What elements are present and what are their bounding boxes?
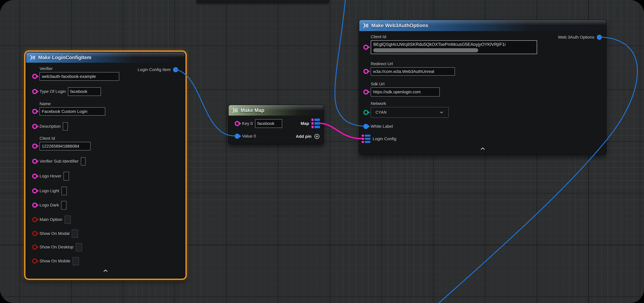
pin-type-of-login[interactable] [32, 89, 37, 94]
client-id-input[interactable]: 1222658941886084 [40, 142, 90, 150]
show-on-mobile-checkbox[interactable] [72, 257, 79, 265]
pin-label: Web 3Auth Options [558, 35, 594, 40]
pin-verifier-sub-identifier[interactable] [32, 159, 37, 164]
partial-node-top[interactable] [196, 0, 329, 3]
pin-label: Logo Hover [40, 174, 61, 178]
verifier-sub-identifier-input[interactable] [81, 157, 86, 166]
sdk-url-input[interactable]: https://sdk.openlogin.com [371, 88, 440, 96]
make-struct-icon [30, 54, 36, 60]
name-input[interactable]: Facebook Custom Login [40, 107, 105, 116]
pin-label: Login Config Item [138, 67, 170, 72]
main-option-checkbox[interactable] [64, 216, 71, 224]
logo-light-input[interactable] [62, 187, 67, 195]
pin-row-logo-light: Logo Light [32, 186, 67, 196]
pin-row-value0: Value 0 [235, 132, 256, 141]
graph-canvas[interactable]: Make LoginConfigItem Login Config Item V… [0, 0, 644, 303]
logo-dark-input[interactable] [61, 201, 66, 210]
network-selected-value: CYAN [376, 110, 387, 115]
pin-row-description: Description [32, 121, 68, 132]
add-pin-button[interactable]: Add pin [296, 132, 320, 140]
pin-show-on-modal[interactable] [32, 231, 37, 236]
verifier-input[interactable]: web3auth-facebook-example [40, 72, 119, 81]
type-of-login-input[interactable]: facebook [68, 87, 101, 96]
pin-label: Show On Mobile [40, 259, 70, 264]
pin-main-option[interactable] [32, 217, 37, 222]
node-make-map[interactable]: Make Map Key 0 facebook Map Value 0 Add … [228, 105, 324, 144]
pin-label: White Label [371, 124, 393, 129]
pin-network[interactable] [363, 110, 368, 115]
pin-row-show-on-modal: Show On Modal [32, 228, 78, 239]
show-on-modal-checkbox[interactable] [72, 230, 78, 238]
pin-sdk-url[interactable] [363, 90, 368, 94]
node-header[interactable]: Make Map [229, 105, 324, 116]
output-pin-web3auth-options[interactable] [597, 35, 602, 40]
wire-map-to-login-config[interactable] [320, 123, 362, 138]
node-title: Make Map [241, 108, 264, 113]
pin-row-name: Name Facebook Custom Login [32, 102, 105, 116]
map-pin-icon[interactable] [312, 118, 320, 128]
pin-show-on-desktop[interactable] [32, 244, 37, 250]
pin-verifier[interactable] [32, 74, 37, 79]
pin-label: Show On Desktop [40, 245, 74, 250]
key0-input[interactable]: facebook [255, 119, 282, 128]
pin-label: Main Option [40, 217, 62, 222]
pin-label: Client Id [40, 136, 90, 141]
pin-client-id[interactable] [32, 144, 37, 149]
node-header[interactable]: Make Web3AuthOptions [359, 20, 606, 31]
pin-value0[interactable] [235, 134, 240, 139]
node-header[interactable]: Make LoginConfigItem [26, 52, 185, 63]
pin-row-logo-hover: Logo Hover [32, 171, 69, 181]
chevron-down-icon [440, 111, 443, 114]
redirect-url-input[interactable]: w3a://com.w3a.Web3AuthUnreal [371, 67, 455, 76]
client-id-scrollbar[interactable] [373, 48, 478, 52]
pin-logo-light[interactable] [32, 188, 37, 194]
pin-client-id[interactable] [363, 45, 368, 50]
collapse-chevron-icon[interactable] [480, 148, 485, 150]
pin-label: Description [40, 124, 60, 129]
pin-label: Network [371, 101, 449, 106]
pin-label: Login Config [373, 136, 396, 141]
node-title: Make Web3AuthOptions [371, 23, 428, 28]
pin-logo-hover[interactable] [32, 174, 37, 179]
node-title: Make LoginConfigItem [38, 55, 92, 60]
description-input[interactable] [63, 122, 68, 130]
pin-row-login-config-item-out: Login Config Item [138, 66, 178, 74]
collapse-chevron-icon[interactable] [103, 270, 108, 272]
map-pin-icon[interactable] [362, 135, 370, 143]
pin-show-on-mobile[interactable] [32, 258, 37, 264]
pin-label: Name [40, 102, 105, 106]
pin-label: Verifier [40, 66, 119, 71]
pin-label: Logo Light [40, 188, 59, 193]
pin-white-label[interactable] [363, 124, 368, 129]
pin-row-verifier: Verifier web3auth-facebook-example [32, 66, 119, 81]
pin-label: Type Of Login [40, 89, 66, 94]
pin-label: Verifier Sub Identifier [40, 159, 78, 164]
pin-row-show-on-desktop: Show On Desktop [32, 242, 82, 252]
pin-redirect-url[interactable] [363, 69, 368, 74]
pin-row-client-id: Client Id BEglQSgt4cUWcj6SKRdu5QkOXTsePm… [363, 34, 537, 54]
pin-row-network: Network CYAN [363, 101, 449, 118]
pin-row-login-config: Login Config [362, 134, 396, 144]
pin-row-verifier-sub-identifier: Verifier Sub Identifier [32, 156, 86, 166]
show-on-desktop-checkbox[interactable] [76, 243, 82, 251]
node-make-loginconfigitem[interactable]: Make LoginConfigItem Login Config Item V… [26, 52, 185, 278]
network-dropdown[interactable]: CYAN [371, 107, 449, 118]
pin-key0[interactable] [235, 121, 240, 126]
make-map-icon [232, 107, 238, 113]
pin-name[interactable] [32, 109, 37, 114]
pin-row-redirect-url: Redirect Url w3a://com.w3a.Web3AuthUnrea… [363, 62, 455, 76]
output-pin-login-config-item[interactable] [173, 67, 178, 72]
pin-description[interactable] [32, 124, 37, 129]
logo-hover-input[interactable] [64, 172, 69, 180]
add-pin-label: Add pin [296, 134, 312, 139]
pin-row-show-on-mobile: Show On Mobile [32, 256, 79, 266]
pin-logo-dark[interactable] [32, 202, 37, 208]
add-pin-icon[interactable] [314, 134, 320, 140]
blueprint-editor-window: Make LoginConfigItem Login Config Item V… [0, 0, 644, 303]
node-make-web3authoptions[interactable]: Make Web3AuthOptions Web 3Auth Options C… [359, 20, 606, 155]
pin-row-map-out: Map [301, 120, 320, 128]
client-id-input[interactable]: BEglQSgt4cUWcj6SKRdu5QkOXTsePmMcusG5EAoy… [371, 40, 537, 54]
pin-label: Show On Modal [40, 231, 70, 236]
pin-label: Sdk Url [371, 82, 440, 86]
pin-row-web3auth-options-out: Web 3Auth Options [558, 33, 602, 41]
